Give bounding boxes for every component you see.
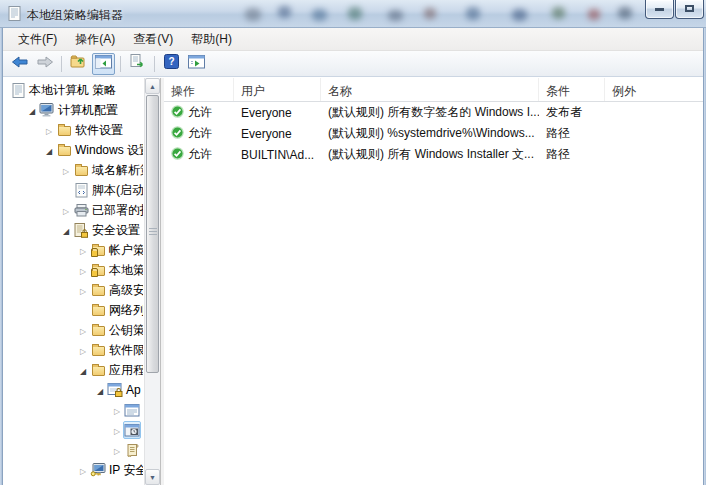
- window-icon: [8, 6, 21, 25]
- rule-name: (默认规则) 所有 Windows Installer 文...: [321, 146, 539, 163]
- allow-check-icon: [171, 147, 184, 163]
- glass-reflection: [245, 8, 261, 21]
- show-action-pane-icon: [188, 55, 205, 73]
- folder-lock-icon: [89, 241, 107, 259]
- rule-condition: 发布者: [539, 104, 605, 121]
- up-one-level-button[interactable]: [67, 53, 90, 75]
- rules-list-panel: 操作 用户 名称 条件 例外 允许 Everyone (默认规则) 所有数字签名…: [164, 78, 703, 485]
- column-header-condition[interactable]: 条件: [539, 78, 605, 101]
- tree-item-script-rules[interactable]: [3, 440, 143, 460]
- menu-file[interactable]: 文件(F): [9, 28, 66, 51]
- tree-item-public-key-policies[interactable]: 公钥策: [3, 320, 143, 340]
- column-header-exception[interactable]: 例外: [605, 78, 703, 101]
- scrollbar-thumb[interactable]: [146, 95, 159, 373]
- tree-item-scripts[interactable]: 脚本(启动/: [3, 180, 143, 200]
- expander-icon[interactable]: [94, 379, 106, 402]
- rule-row[interactable]: 允许 Everyone (默认规则) %systemdrive%\Windows…: [164, 123, 703, 144]
- expander-icon[interactable]: [77, 459, 89, 482]
- tree-item-label: 本地计算机 策略: [29, 82, 116, 99]
- help-icon: ?: [164, 54, 179, 73]
- tree-item-network-list[interactable]: 网络列: [3, 300, 143, 320]
- window-controls: [644, 0, 704, 19]
- tree-item-label: 帐户策: [109, 242, 143, 259]
- expander-icon[interactable]: [77, 279, 89, 302]
- expander-icon[interactable]: [77, 359, 89, 382]
- toolbar-separator: [154, 56, 155, 72]
- column-header-user[interactable]: 用户: [234, 78, 321, 101]
- tree-item-name-resolution-policy[interactable]: 域名解析策: [3, 160, 143, 180]
- rule-name: (默认规则) %systemdrive%\Windows...: [321, 125, 539, 142]
- export-list-icon: [130, 54, 146, 73]
- tree-item-label: Windows 设置: [75, 142, 143, 159]
- menu-action[interactable]: 操作(A): [66, 28, 124, 51]
- rule-row[interactable]: 允许 Everyone (默认规则) 所有数字签名的 Windows I... …: [164, 102, 703, 123]
- allow-check-icon: [171, 105, 184, 121]
- column-header-action[interactable]: 操作: [164, 78, 234, 101]
- forward-button[interactable]: [33, 53, 56, 75]
- window-title: 本地组策略编辑器: [27, 7, 123, 24]
- expander-icon[interactable]: [60, 219, 72, 242]
- tree-item-advanced-firewall[interactable]: 高级安: [3, 280, 143, 300]
- show-console-tree-button[interactable]: [92, 53, 115, 75]
- rule-user: Everyone: [234, 127, 321, 141]
- expander-icon[interactable]: [43, 139, 55, 162]
- maximize-button[interactable]: [675, 0, 704, 19]
- glass-reflection: [388, 10, 403, 21]
- tree-item-windows-settings[interactable]: Windows 设置: [3, 140, 143, 160]
- back-button[interactable]: [8, 53, 31, 75]
- tree-item-label: IP 安全: [109, 462, 143, 479]
- glass-reflection: [312, 9, 327, 21]
- tree-item-software-restriction[interactable]: 软件限: [3, 340, 143, 360]
- folder-icon: [89, 361, 107, 379]
- tree-item-ip-security[interactable]: IP 安全: [3, 460, 143, 480]
- expander-icon[interactable]: [26, 99, 38, 122]
- menu-help[interactable]: 帮助(H): [182, 28, 241, 51]
- scrollbar-track[interactable]: [145, 94, 160, 469]
- folder-icon: [55, 141, 73, 159]
- tree-item-label: 本地策: [109, 262, 143, 279]
- tree-item-executable-rules[interactable]: [3, 400, 143, 420]
- minimize-button[interactable]: [645, 0, 674, 19]
- forward-arrow-icon: [36, 55, 54, 73]
- tree-item-deployed-printers[interactable]: 已部署的打: [3, 200, 143, 220]
- tree-item-software-settings[interactable]: 软件设置: [3, 120, 143, 140]
- tree-item-applocker[interactable]: Ap: [3, 380, 143, 400]
- column-header-name[interactable]: 名称: [321, 78, 539, 101]
- tree-item-computer-configuration[interactable]: 计算机配置: [3, 100, 143, 120]
- rule-user: BUILTIN\Ad...: [234, 148, 321, 162]
- gpedit-window: 本地组策略编辑器 文件(F) 操作(A) 查看(V) 帮助(H) ?: [0, 0, 706, 485]
- tree-item-windows-installer-rules[interactable]: [3, 420, 143, 440]
- tree-item-label: Ap: [126, 383, 141, 397]
- expander-icon[interactable]: [60, 159, 72, 182]
- rule-action: 允许: [188, 146, 212, 163]
- rule-condition: 路径: [539, 146, 605, 163]
- glass-reflection: [512, 9, 527, 21]
- tree-item-local-policies[interactable]: 本地策: [3, 260, 143, 280]
- tree-item-label: 软件限: [109, 342, 143, 359]
- help-button[interactable]: ?: [160, 53, 183, 75]
- tree-item-application-control[interactable]: 应用程: [3, 360, 143, 380]
- tree-scrollbar: ▲ ▼: [144, 78, 160, 485]
- show-action-pane-button[interactable]: [185, 53, 208, 75]
- scroll-down-button[interactable]: ▼: [145, 469, 160, 485]
- scroll-up-button[interactable]: ▲: [145, 78, 160, 94]
- toolbar-separator: [120, 56, 121, 72]
- console-tree-panel: 本地计算机 策略 计算机配置 软件设置 Windows 设置: [3, 78, 161, 485]
- tree-item-label: 公钥策: [109, 322, 143, 339]
- rule-row[interactable]: 允许 BUILTIN\Ad... (默认规则) 所有 Windows Insta…: [164, 144, 703, 165]
- expander-icon[interactable]: [111, 439, 123, 462]
- tree-item-account-policies[interactable]: 帐户策: [3, 240, 143, 260]
- menu-bar: 文件(F) 操作(A) 查看(V) 帮助(H): [3, 28, 703, 51]
- tree-item-label: 软件设置: [75, 122, 123, 139]
- tree-item-label: 网络列: [109, 302, 143, 319]
- title-bar[interactable]: 本地组策略编辑器: [0, 0, 706, 28]
- menu-view[interactable]: 查看(V): [124, 28, 182, 51]
- tree-item-local-computer-policy[interactable]: 本地计算机 策略: [3, 80, 143, 100]
- tree-item-label: 域名解析策: [92, 162, 143, 179]
- export-list-button[interactable]: [126, 53, 149, 75]
- rule-condition: 路径: [539, 125, 605, 142]
- tree-item-security-settings[interactable]: 安全设置: [3, 220, 143, 240]
- folder-icon: [89, 321, 107, 339]
- glass-reflection: [588, 9, 600, 20]
- policy-document-icon: [9, 81, 27, 99]
